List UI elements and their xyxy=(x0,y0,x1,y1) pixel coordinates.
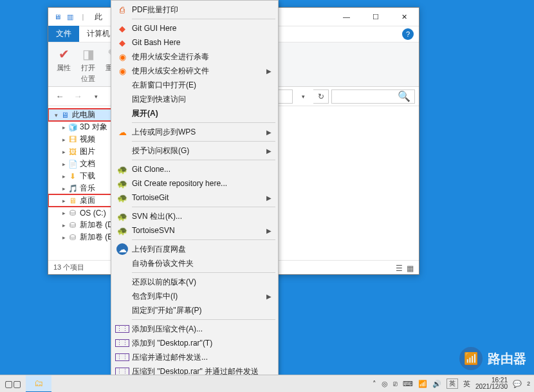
tree-node-label: 桌面 xyxy=(80,195,95,206)
quick-access-toolbar: 🖥 ▥ | xyxy=(48,12,92,22)
pic-icon: 🖼 xyxy=(68,147,78,157)
menu-item-label: 包含到库中(I) xyxy=(132,291,178,302)
menu-item-label: 上传或同步到WPS xyxy=(132,127,196,138)
properties-label: 属性 xyxy=(57,63,71,73)
tree-twisty-icon[interactable]: ▸ xyxy=(60,173,68,180)
menu-item[interactable]: ☁上传或同步到WPS▶ xyxy=(113,125,277,139)
video-icon: 🎞 xyxy=(68,135,78,145)
refresh-button[interactable]: ↻ xyxy=(313,89,329,104)
search-box[interactable]: 🔍 xyxy=(331,89,415,104)
tray-overflow-icon[interactable]: ˄ xyxy=(373,380,376,388)
submenu-arrow-icon: ▶ xyxy=(266,293,272,300)
tray-icon-3[interactable]: ⌨ xyxy=(403,380,413,388)
menu-item[interactable]: ◉使用火绒安全粉碎文件▶ xyxy=(113,64,277,78)
menu-item[interactable]: ⋮⋮添加到压缩文件(A)... xyxy=(113,322,277,336)
tree-twisty-icon[interactable]: ▸ xyxy=(60,198,68,204)
open-label: 打开 xyxy=(81,63,95,73)
menu-item[interactable]: 在新窗口中打开(E) xyxy=(113,78,277,92)
notification-count: 2 xyxy=(527,380,530,387)
address-dropdown-icon[interactable]: ▾ xyxy=(295,89,311,104)
tree-twisty-icon[interactable]: ▸ xyxy=(60,222,68,229)
tray-icon-1[interactable]: ◎ xyxy=(382,380,388,388)
open-button[interactable]: ◨ 打开 xyxy=(79,45,97,73)
view-large-icon[interactable]: ▦ xyxy=(407,264,414,273)
tray-icon-2[interactable]: ⎚ xyxy=(393,380,398,387)
tree-node-label: 文档 xyxy=(80,158,95,169)
tray-icon-4[interactable]: 📶 xyxy=(418,380,427,388)
ime-indicator-2[interactable]: 英 xyxy=(463,379,470,389)
notification-icon[interactable]: 💬 xyxy=(513,380,522,388)
menu-item[interactable]: ⋮⋮添加到 "Desktop.rar"(T) xyxy=(113,336,277,350)
menu-item[interactable]: ◆Git Bash Here xyxy=(113,35,277,50)
taskbar-clock[interactable]: 16:21 2021/12/30 xyxy=(475,377,508,391)
minimize-button[interactable]: — xyxy=(332,8,361,26)
submenu-arrow-icon: ▶ xyxy=(266,227,272,234)
tree-twisty-icon[interactable]: ▸ xyxy=(60,234,68,241)
menu-item[interactable]: 固定到快速访问 xyxy=(113,92,277,106)
help-button[interactable]: ? xyxy=(402,28,414,40)
tray-volume-icon[interactable]: 🔊 xyxy=(432,380,441,388)
tree-twisty-icon[interactable]: ▸ xyxy=(60,210,68,216)
menu-item[interactable]: 🐢TortoiseSVN▶ xyxy=(113,223,277,238)
git-icon: ◆ xyxy=(116,37,128,48)
taskbar-explorer-button[interactable]: 🗂 xyxy=(26,375,51,393)
checkmark-icon: ✔ xyxy=(55,45,73,63)
wps-icon: ☁ xyxy=(116,126,128,138)
menu-item[interactable]: 🐢Git Clone... xyxy=(113,162,277,176)
menu-item-label: 固定到快速访问 xyxy=(132,94,186,105)
tree-node-label: OS (C:) xyxy=(80,209,106,218)
tree-twisty-icon[interactable]: ▸ xyxy=(60,185,68,192)
menu-item[interactable]: 固定到"开始"屏幕(P) xyxy=(113,303,277,317)
menu-item-label: 使用火绒安全进行杀毒 xyxy=(132,51,209,62)
search-icon: 🔍 xyxy=(398,90,410,102)
menu-separator xyxy=(132,272,275,273)
menu-item[interactable]: ◆Git GUI Here xyxy=(113,21,277,35)
menu-separator xyxy=(132,122,275,123)
menu-item[interactable]: 🐢SVN 检出(K)... xyxy=(113,209,277,223)
menu-item[interactable]: ☁上传到百度网盘 xyxy=(113,242,277,256)
watermark-text: 路由器 xyxy=(488,350,526,368)
menu-item[interactable]: 授予访问权限(G)▶ xyxy=(113,144,277,158)
qat-sep: | xyxy=(78,12,88,22)
close-button[interactable]: ✕ xyxy=(390,8,419,26)
menu-item[interactable]: ◉使用火绒安全进行杀毒 xyxy=(113,50,277,64)
watermark-icon: 📶 xyxy=(459,347,483,370)
menu-item[interactable]: 还原以前的版本(V) xyxy=(113,275,277,289)
submenu-arrow-icon: ▶ xyxy=(266,147,272,154)
menu-separator xyxy=(132,160,275,160)
tree-twisty-icon[interactable]: ▸ xyxy=(60,161,68,167)
menu-item[interactable]: ⋮⋮压缩并通过邮件发送... xyxy=(113,350,277,364)
maximize-button[interactable]: ☐ xyxy=(361,8,390,26)
menu-item[interactable]: ⎙PDF批量打印 xyxy=(113,3,277,17)
ime-indicator-1[interactable]: 英 xyxy=(447,378,458,389)
menu-item[interactable]: 自动备份该文件夹 xyxy=(113,256,277,270)
nav-forward-button[interactable]: → xyxy=(70,89,86,104)
tab-file[interactable]: 文件 xyxy=(48,26,79,42)
baidu-icon: ☁ xyxy=(116,243,128,255)
taskbar-taskview-button[interactable]: ▢▢ xyxy=(0,375,26,393)
menu-separator xyxy=(132,141,275,142)
menu-item[interactable]: 🐢TortoiseGit▶ xyxy=(113,191,277,205)
menu-item-label: TortoiseSVN xyxy=(132,226,175,235)
nav-back-button[interactable]: ← xyxy=(52,89,68,104)
tree-twisty-icon[interactable]: ▾ xyxy=(52,112,60,118)
status-item-count: 13 个项目 xyxy=(53,263,84,272)
context-menu[interactable]: ⎙PDF批量打印◆Git GUI Here◆Git Bash Here◉使用火绒… xyxy=(111,0,279,392)
desk-icon: 🖥 xyxy=(68,196,78,206)
menu-item[interactable]: 🐢Git Create repository here... xyxy=(113,176,277,191)
folder-icon: ▥ xyxy=(65,12,75,22)
watermark: 📶 路由器 xyxy=(459,347,526,370)
huorong-icon: ◉ xyxy=(116,65,128,77)
tree-twisty-icon[interactable]: ▸ xyxy=(60,149,68,155)
tree-twisty-icon[interactable]: ▸ xyxy=(60,136,68,143)
tree-twisty-icon[interactable]: ▸ xyxy=(60,124,68,131)
taskbar[interactable]: ▢▢ 🗂 ˄ ◎ ⎚ ⌨ 📶 🔊 英 英 16:21 2021/12/30 💬 … xyxy=(0,375,534,392)
nav-history-button[interactable]: ▾ xyxy=(88,89,104,104)
view-details-icon[interactable]: ☰ xyxy=(396,264,403,273)
menu-item[interactable]: 包含到库中(I)▶ xyxy=(113,289,277,303)
submenu-arrow-icon: ▶ xyxy=(266,129,272,136)
tortoise-icon: 🐢 xyxy=(116,225,128,236)
properties-button[interactable]: ✔ 属性 xyxy=(55,45,73,73)
menu-item[interactable]: 展开(A) xyxy=(113,106,277,120)
menu-separator xyxy=(132,19,275,19)
